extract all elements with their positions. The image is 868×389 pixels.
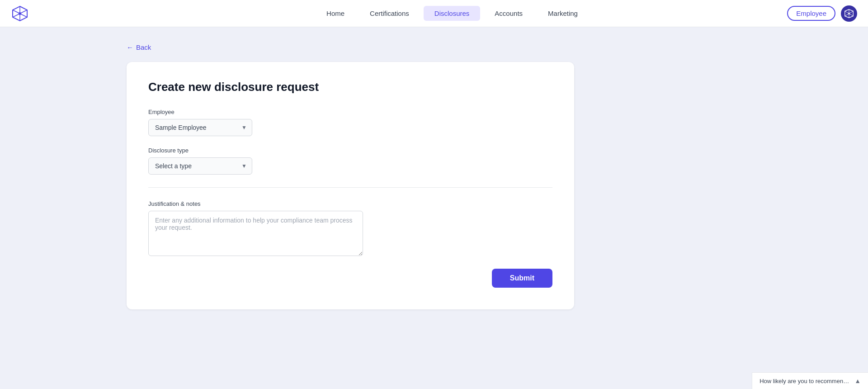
employee-select[interactable]: Sample Employee — [148, 119, 252, 136]
employee-label: Employee — [148, 109, 552, 115]
employee-select-wrapper: Sample Employee ▼ — [148, 119, 252, 136]
nav-item-marketing[interactable]: Marketing — [537, 6, 589, 21]
svg-point-9 — [848, 13, 850, 14]
form-divider — [148, 187, 552, 188]
nav-item-home[interactable]: Home — [316, 6, 355, 21]
disclosure-type-select[interactable]: Select a type — [148, 157, 252, 175]
submit-button[interactable]: Submit — [492, 269, 552, 288]
nav-item-accounts[interactable]: Accounts — [484, 6, 533, 21]
disclosure-type-label: Disclosure type — [148, 147, 552, 154]
form-title: Create new disclosure request — [148, 80, 552, 94]
justification-group: Justification & notes — [148, 200, 552, 258]
form-footer: Submit — [148, 269, 552, 288]
back-arrow-icon: ← — [127, 43, 133, 51]
app-logo[interactable] — [11, 5, 29, 23]
form-card: Create new disclosure request Employee S… — [127, 62, 574, 309]
feedback-bar: How likely are you to recommen… ▲ — [752, 372, 868, 389]
feedback-text: How likely are you to recommen… — [760, 378, 849, 384]
back-label: Back — [136, 43, 151, 51]
nav-item-certifications[interactable]: Certifications — [359, 6, 420, 21]
disclosure-type-select-wrapper: Select a type ▼ — [148, 157, 252, 175]
employee-group: Employee Sample Employee ▼ — [148, 109, 552, 136]
avatar[interactable] — [841, 5, 857, 22]
header: Home Certifications Disclosures Accounts… — [0, 0, 868, 27]
main-content: ← Back Create new disclosure request Emp… — [0, 27, 868, 309]
employee-badge[interactable]: Employee — [787, 6, 835, 21]
nav-item-disclosures[interactable]: Disclosures — [424, 6, 481, 21]
main-nav: Home Certifications Disclosures Accounts… — [47, 6, 857, 21]
disclosure-type-group: Disclosure type Select a type ▼ — [148, 147, 552, 175]
svg-point-4 — [19, 12, 21, 15]
justification-label: Justification & notes — [148, 200, 552, 207]
feedback-expand-icon[interactable]: ▲ — [854, 377, 861, 384]
header-right: Employee — [787, 5, 857, 22]
back-link[interactable]: ← Back — [127, 43, 151, 51]
justification-textarea[interactable] — [148, 211, 363, 256]
